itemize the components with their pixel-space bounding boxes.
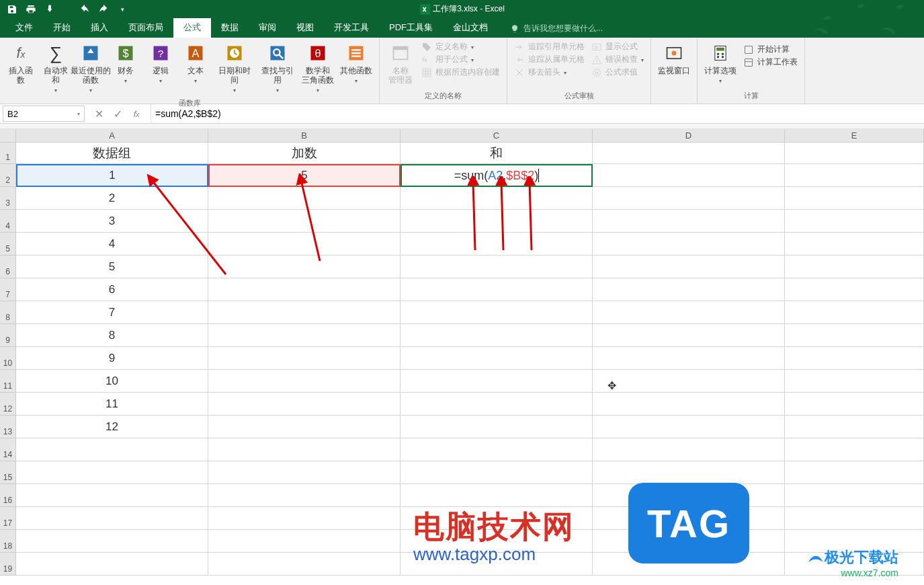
cell[interactable]: 8	[16, 324, 208, 347]
col-header-B[interactable]: B	[208, 129, 401, 142]
cancel-formula-button[interactable]: ✕	[90, 106, 108, 121]
cell[interactable]	[208, 256, 401, 278]
row-header[interactable]: 2	[0, 164, 16, 187]
cell[interactable]	[208, 438, 401, 461]
row-header[interactable]: 13	[0, 416, 16, 438]
cell[interactable]	[401, 347, 593, 370]
cell[interactable]	[785, 233, 924, 256]
cell[interactable]	[593, 347, 785, 370]
qat-customize-button[interactable]: ▾	[114, 2, 130, 17]
row-header[interactable]: 9	[0, 324, 16, 347]
cell[interactable]	[401, 324, 593, 347]
cell[interactable]	[208, 530, 401, 553]
cell[interactable]	[16, 461, 208, 484]
redo-button[interactable]	[95, 2, 112, 17]
cell[interactable]	[208, 461, 401, 484]
row-header[interactable]: 11	[0, 370, 16, 393]
cell[interactable]	[593, 143, 785, 164]
cell[interactable]	[401, 210, 593, 233]
tab-home[interactable]: 开始	[43, 17, 81, 38]
cell[interactable]	[593, 370, 785, 393]
tab-insert[interactable]: 插入	[81, 17, 118, 38]
row-header[interactable]: 6	[0, 256, 16, 278]
cell[interactable]	[785, 143, 924, 164]
row-header[interactable]: 3	[0, 187, 16, 210]
cell[interactable]	[16, 484, 208, 507]
trace-precedents-button[interactable]: 追踪引用单元格	[514, 41, 585, 52]
cell[interactable]	[593, 324, 785, 347]
cell[interactable]	[401, 187, 593, 210]
cell[interactable]	[208, 347, 401, 370]
col-header-A[interactable]: A	[16, 129, 208, 142]
cell[interactable]	[785, 461, 924, 484]
cell[interactable]: 数据组	[16, 143, 208, 164]
save-button[interactable]	[4, 2, 20, 17]
cell[interactable]	[401, 438, 593, 461]
cell[interactable]	[785, 164, 924, 187]
calculation-options-button[interactable]: 计算选项▾	[702, 40, 739, 89]
cell[interactable]: 6	[16, 278, 208, 301]
select-all-corner[interactable]	[0, 129, 16, 142]
quick-print-button[interactable]	[23, 2, 39, 17]
tab-page-layout[interactable]: 页面布局	[118, 17, 173, 38]
cell[interactable]: 3	[16, 210, 208, 233]
formula-input[interactable]: =sum(A2,$B$2)	[151, 104, 924, 123]
financial-button[interactable]: $ 财务▾	[109, 40, 142, 89]
row-header[interactable]: 16	[0, 484, 16, 507]
cell[interactable]	[208, 187, 401, 210]
cell[interactable]	[208, 484, 401, 507]
cell[interactable]	[785, 438, 924, 461]
autosum-button[interactable]: ∑ 自动求和▾	[39, 40, 73, 98]
row-header[interactable]: 8	[0, 301, 16, 324]
cell[interactable]: 加数	[208, 143, 401, 164]
cell[interactable]	[208, 507, 401, 530]
cell[interactable]	[208, 210, 401, 233]
trace-dependents-button[interactable]: 追踪从属单元格	[514, 54, 585, 65]
cell[interactable]	[593, 416, 785, 438]
tab-view[interactable]: 视图	[286, 17, 324, 38]
row-header[interactable]: 4	[0, 210, 16, 233]
col-header-E[interactable]: E	[785, 129, 924, 142]
col-header-C[interactable]: C	[401, 129, 593, 142]
row-header[interactable]: 7	[0, 278, 16, 301]
insert-function-fx-button[interactable]: fx	[128, 106, 145, 121]
enter-formula-button[interactable]: ✓	[109, 106, 126, 121]
cell[interactable]	[593, 210, 785, 233]
error-checking-button[interactable]: !错误检查 ▾	[591, 54, 644, 65]
cell[interactable]	[401, 393, 593, 416]
tab-developer[interactable]: 开发工具	[324, 17, 379, 38]
cell[interactable]	[785, 393, 924, 416]
touch-mode-button[interactable]	[42, 2, 58, 17]
row-header[interactable]: 10	[0, 347, 16, 370]
cell[interactable]	[401, 416, 593, 438]
cell[interactable]: 2	[16, 187, 208, 210]
row-header[interactable]: 19	[0, 553, 16, 576]
tab-formulas[interactable]: 公式	[173, 17, 211, 38]
create-from-selection-button[interactable]: 根据所选内容创建	[421, 67, 500, 78]
show-formulas-button[interactable]: fx显示公式	[591, 41, 644, 52]
cell[interactable]	[208, 233, 401, 256]
calculate-now-button[interactable]: 开始计算	[743, 44, 798, 55]
cell[interactable]	[401, 278, 593, 301]
cell[interactable]	[593, 461, 785, 484]
cell[interactable]	[785, 370, 924, 393]
name-manager-button[interactable]: 名称 管理器	[384, 40, 417, 87]
row-header[interactable]: 5	[0, 233, 16, 256]
cell[interactable]	[16, 530, 208, 553]
cell[interactable]	[785, 416, 924, 438]
cell[interactable]	[593, 256, 785, 278]
tell-me-input[interactable]: 告诉我您想要做什么...	[510, 20, 603, 38]
cell[interactable]	[593, 438, 785, 461]
col-header-D[interactable]: D	[593, 129, 785, 142]
cell[interactable]	[208, 393, 401, 416]
cell[interactable]	[208, 324, 401, 347]
row-header[interactable]: 15	[0, 461, 16, 484]
name-box[interactable]: B2 ▾	[3, 106, 85, 122]
cell[interactable]: 12	[16, 416, 208, 438]
cell[interactable]: 4	[16, 233, 208, 256]
date-time-button[interactable]: 日期和时间▾	[214, 40, 255, 98]
cell[interactable]: 和	[401, 143, 593, 164]
evaluate-formula-button[interactable]: fx公式求值	[591, 67, 644, 78]
tab-pdf[interactable]: PDF工具集	[379, 17, 443, 38]
calculate-sheet-button[interactable]: 计算工作表	[743, 56, 798, 68]
